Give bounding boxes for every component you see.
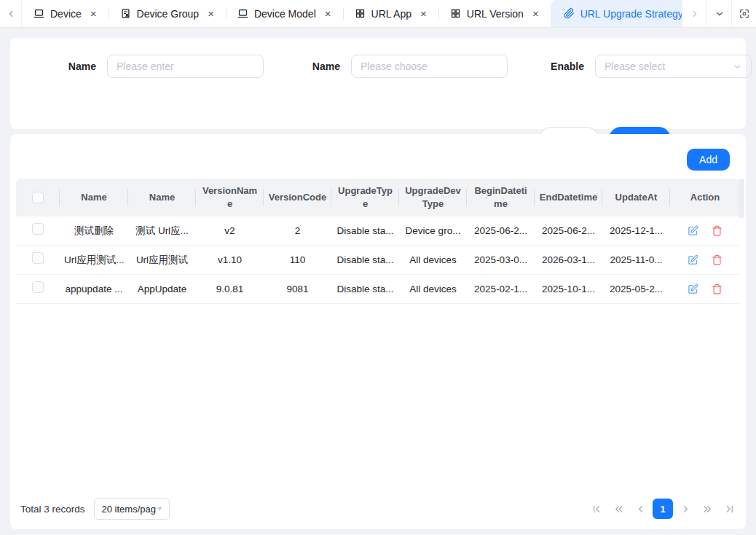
- add-button[interactable]: Add: [687, 149, 730, 171]
- next-page-button[interactable]: [674, 498, 696, 520]
- close-icon[interactable]: ×: [208, 8, 214, 19]
- laptop-icon: [237, 8, 248, 19]
- header-checkbox-cell: [16, 179, 60, 216]
- cell-update-at: 2025-11-0...: [602, 254, 670, 267]
- cell-version-code: 110: [264, 254, 331, 267]
- tab-url-upgrade-strategy[interactable]: URL Upgrade Strategy ×: [551, 0, 682, 27]
- table-row: Url应用测试... Url应用测试 v1.10 110 Disable sta…: [16, 246, 740, 275]
- tab-bar: Device × Device Group × Device Model × U…: [0, 0, 756, 28]
- tabs-scroll-right-button[interactable]: [682, 0, 706, 27]
- cell-version-code: 2: [264, 224, 331, 238]
- cell-end-datetime: 2026-03-1...: [535, 254, 602, 267]
- tab-label: Device Model: [254, 8, 316, 20]
- row-checkbox-cell: [16, 223, 60, 238]
- tabbar-controls: [682, 0, 756, 27]
- chevron-left-icon: [635, 504, 646, 515]
- fast-next-button[interactable]: [696, 498, 718, 520]
- page-size-value: 20 items/pag: [102, 504, 156, 515]
- caret-down-icon: ▼: [157, 505, 163, 512]
- enable-select[interactable]: Please select: [595, 55, 752, 78]
- cell-name: Url应用测试...: [60, 254, 128, 267]
- field-label: Name: [52, 60, 96, 72]
- fast-prev-button[interactable]: [607, 498, 629, 520]
- laptop-icon: [34, 8, 44, 19]
- double-chevron-left-icon: [613, 504, 624, 515]
- tab-url-version[interactable]: URL Version ×: [438, 0, 551, 27]
- column-header: VersionName: [196, 179, 264, 216]
- cell-name2: Url应用测试: [128, 254, 196, 267]
- filter-name-1: Name: [52, 55, 264, 78]
- column-header: EndDatetime: [535, 179, 602, 216]
- name-choose-input[interactable]: [351, 55, 508, 78]
- cell-version-name: v1.10: [196, 254, 264, 267]
- column-header: UpdateAt: [602, 179, 670, 216]
- grid-icon: [355, 8, 366, 19]
- row-checkbox[interactable]: [32, 223, 44, 235]
- cell-upgrade-type: Disable sta...: [331, 283, 399, 296]
- cell-version-name: 9.0.81: [196, 283, 264, 296]
- cell-action: [670, 225, 740, 236]
- column-header: UpgradeType: [331, 179, 399, 216]
- column-header: Name: [60, 179, 128, 216]
- cell-version-code: 9081: [264, 283, 331, 296]
- tab-label: URL App: [371, 8, 412, 20]
- table-footer: Total 3 records 20 items/pag ▼: [20, 497, 740, 520]
- table-panel: Add Name Name VersionName VersionCode Up…: [10, 134, 746, 529]
- total-records-text: Total 3 records: [20, 504, 85, 515]
- column-header: Name: [128, 179, 196, 216]
- row-checkbox[interactable]: [32, 281, 44, 293]
- strategy-table: Name Name VersionName VersionCode Upgrad…: [16, 179, 740, 304]
- row-checkbox[interactable]: [32, 252, 44, 264]
- close-icon[interactable]: ×: [325, 8, 331, 19]
- chevron-left-icon: [6, 9, 16, 19]
- close-icon[interactable]: ×: [532, 8, 539, 19]
- tab-device-group[interactable]: Device Group ×: [109, 0, 226, 27]
- cell-end-datetime: 2025-10-1...: [535, 283, 602, 296]
- table-scrollbar[interactable]: [739, 179, 744, 218]
- cell-action: [670, 254, 740, 265]
- name-input[interactable]: [107, 55, 264, 78]
- delete-icon[interactable]: [712, 284, 722, 294]
- cell-name: appupdate ...: [60, 283, 128, 296]
- tab-label: URL Upgrade Strategy: [580, 8, 682, 20]
- cell-end-datetime: 2025-06-2...: [535, 224, 602, 238]
- cell-version-name: v2: [196, 224, 264, 238]
- fullscreen-button[interactable]: [731, 0, 756, 27]
- chevron-right-icon: [680, 504, 691, 515]
- first-page-button[interactable]: [586, 498, 607, 520]
- tab-url-app[interactable]: URL App ×: [343, 0, 438, 27]
- cell-begin-datetime: 2025-06-2...: [467, 224, 535, 238]
- tabs-menu-button[interactable]: [706, 0, 731, 27]
- cell-begin-datetime: 2025-03-0...: [467, 254, 535, 267]
- last-page-button[interactable]: [718, 498, 740, 520]
- delete-icon[interactable]: [712, 225, 722, 236]
- tab-device-model[interactable]: Device Model ×: [226, 0, 343, 27]
- filter-name-2: Name: [296, 55, 508, 78]
- select-all-checkbox[interactable]: [32, 192, 44, 203]
- cell-update-at: 2025-12-1...: [602, 224, 670, 238]
- page-size-select[interactable]: 20 items/pag ▼: [94, 498, 170, 520]
- page-number-1[interactable]: 1: [653, 499, 673, 519]
- cell-upgrade-type: Disable sta...: [331, 224, 399, 238]
- cell-action: [670, 284, 740, 294]
- chevron-right-icon: [690, 9, 700, 19]
- row-checkbox-cell: [16, 281, 60, 297]
- cell-name: 测试删除: [60, 224, 128, 238]
- chevron-down-icon: [733, 62, 742, 71]
- footer-left: Total 3 records 20 items/pag ▼: [20, 498, 170, 520]
- edit-icon[interactable]: [688, 254, 698, 265]
- prev-page-button[interactable]: [629, 498, 651, 520]
- table-row: 测试删除 测试 Url应... v2 2 Disable sta... Devi…: [16, 216, 740, 246]
- edit-icon[interactable]: [688, 284, 698, 294]
- tabs-scroll-left-button[interactable]: [0, 0, 22, 27]
- close-icon[interactable]: ×: [420, 8, 427, 19]
- delete-icon[interactable]: [712, 254, 722, 265]
- chevron-down-icon: [714, 9, 725, 19]
- close-icon[interactable]: ×: [90, 8, 97, 19]
- filter-panel: Name Name Enable Please select Reset Sea…: [10, 38, 746, 129]
- tab-label: Device Group: [137, 8, 200, 20]
- filter-enable: Enable Please select: [540, 55, 752, 78]
- edit-icon[interactable]: [688, 225, 698, 236]
- table-row: appupdate ... AppUpdate 9.0.81 9081 Disa…: [16, 275, 740, 304]
- tab-device[interactable]: Device ×: [22, 0, 109, 27]
